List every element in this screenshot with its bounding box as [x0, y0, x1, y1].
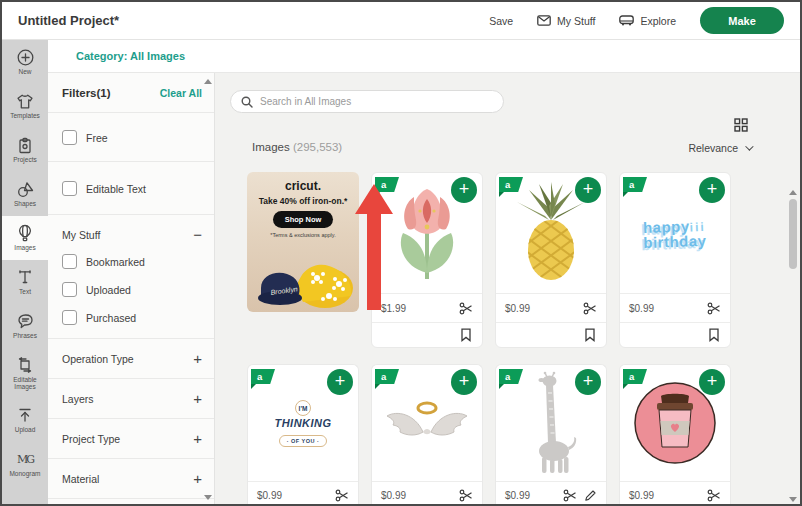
filters-panel: Filters(1) Clear All Free Editable Text …	[48, 73, 215, 504]
sidebar-item-upload[interactable]: Upload	[2, 398, 48, 442]
access-badge-fold	[499, 192, 504, 197]
filter-editable-text[interactable]: Editable Text	[62, 181, 202, 196]
filters-title: Filters(1)	[62, 87, 111, 99]
envelope-icon	[537, 15, 551, 26]
cricut-design-space-window: Untitled Project* Save My Stuff Explore …	[0, 0, 802, 506]
add-image-button[interactable]: +	[327, 369, 353, 395]
bookmark-icon[interactable]	[584, 328, 596, 342]
bookmarked-checkbox[interactable]	[62, 254, 77, 269]
scissors-icon[interactable]	[707, 489, 721, 502]
scissors-icon[interactable]	[583, 302, 597, 315]
bookmark-icon[interactable]	[460, 328, 472, 342]
results-scrollbar[interactable]	[788, 190, 797, 502]
sidebar-item-new[interactable]: New	[2, 40, 48, 84]
image-card-thinking-of-you[interactable]: a + I'M THINKING · OF YOU · $0.99	[247, 364, 359, 504]
sidebar-item-shapes[interactable]: Shapes	[2, 172, 48, 216]
sort-dropdown[interactable]: Relevance	[688, 142, 751, 154]
sidebar-item-monogram[interactable]: MG Monogram	[2, 442, 48, 486]
clear-all-link[interactable]: Clear All	[160, 87, 202, 99]
shop-now-button[interactable]: Shop Now	[273, 211, 334, 228]
sidebar-item-label: Editable Images	[2, 376, 48, 391]
editable-image-icon	[16, 356, 34, 374]
expand-plus-icon[interactable]: +	[193, 394, 202, 404]
my-stuff-section-header[interactable]: My Stuff −	[62, 229, 202, 241]
sidebar-item-label: New	[18, 68, 31, 75]
access-badge-fold	[623, 384, 628, 389]
access-badge-fold	[375, 192, 380, 197]
filter-section-layers[interactable]: Layers +	[48, 379, 214, 419]
uploaded-checkbox[interactable]	[62, 282, 77, 297]
expand-plus-icon[interactable]: +	[193, 434, 202, 444]
scissors-icon[interactable]	[335, 489, 349, 502]
image-card-tulip[interactable]: a +	[371, 172, 483, 348]
filter-bookmarked[interactable]: Bookmarked	[62, 254, 202, 269]
image-card-happy-birthday[interactable]: a + happyiii birthday $0.99	[619, 172, 731, 348]
scissors-icon[interactable]	[707, 302, 721, 315]
image-price: $0.99	[629, 490, 654, 501]
sidebar-item-editable-images[interactable]: Editable Images	[2, 348, 48, 398]
filter-section-material[interactable]: Material +	[48, 459, 214, 499]
expand-plus-icon[interactable]: +	[193, 474, 202, 484]
scissors-icon[interactable]	[459, 489, 473, 502]
sidebar-item-text[interactable]: Text	[2, 260, 48, 304]
free-checkbox[interactable]	[62, 130, 77, 145]
bookmark-icon[interactable]	[708, 328, 720, 342]
plus-circle-icon	[17, 48, 34, 66]
add-image-button[interactable]: +	[699, 177, 725, 203]
collapse-minus-icon[interactable]: −	[193, 230, 202, 240]
top-bar-actions: Save My Stuff Explore Make	[489, 7, 784, 34]
scissors-icon[interactable]	[459, 302, 473, 315]
filter-section-operation-type[interactable]: Operation Type +	[48, 339, 214, 379]
image-price: $0.99	[257, 490, 282, 501]
access-badge-fold	[375, 384, 380, 389]
image-card-pineapple[interactable]: a +	[495, 172, 607, 348]
scroll-up-arrow[interactable]	[204, 79, 212, 84]
promo-ad-card[interactable]: cricut. Take 40% off iron-on.* Shop Now …	[247, 172, 359, 312]
access-badge-fold	[499, 384, 504, 389]
scrollbar-thumb[interactable]	[789, 199, 797, 269]
save-button[interactable]: Save	[489, 15, 513, 27]
filter-free[interactable]: Free	[62, 130, 202, 145]
image-card-angel-wings[interactable]: a + $0.99	[371, 364, 483, 504]
left-toolbar: New Templates Projects Shapes Images	[2, 40, 48, 504]
image-card-giraffe[interactable]: a +	[495, 364, 607, 504]
search-input[interactable]	[260, 96, 495, 107]
pencil-icon[interactable]	[584, 489, 597, 502]
add-image-button[interactable]: +	[575, 369, 601, 395]
sidebar-item-images[interactable]: Images	[2, 216, 48, 260]
scroll-down-arrow[interactable]	[204, 495, 212, 500]
sidebar-item-templates[interactable]: Templates	[2, 84, 48, 128]
scissors-icon[interactable]	[563, 489, 577, 502]
filter-purchased[interactable]: Purchased	[62, 310, 202, 325]
clipboard-icon	[17, 136, 33, 154]
add-image-button[interactable]: +	[575, 177, 601, 203]
image-card-coffee-cup[interactable]: a + $0.99	[619, 364, 731, 504]
price-row: $1.99	[372, 293, 482, 322]
add-image-button[interactable]: +	[451, 177, 477, 203]
editable-text-checkbox[interactable]	[62, 181, 77, 196]
scroll-up-arrow[interactable]	[789, 190, 797, 195]
monogram-icon: MG	[17, 450, 33, 468]
search-bar[interactable]	[230, 90, 504, 113]
add-image-button[interactable]: +	[451, 369, 477, 395]
sidebar-item-phrases[interactable]: Phrases	[2, 304, 48, 348]
scroll-down-arrow[interactable]	[789, 497, 797, 502]
filters-scrollbar[interactable]	[204, 79, 212, 500]
access-badge-fold	[251, 384, 256, 389]
sidebar-item-label: Phrases	[13, 332, 37, 339]
my-stuff-button[interactable]: My Stuff	[537, 15, 595, 27]
filter-uploaded[interactable]: Uploaded	[62, 282, 202, 297]
explore-button[interactable]: Explore	[619, 15, 676, 27]
sidebar-item-projects[interactable]: Projects	[2, 128, 48, 172]
grid-row-2: a + I'M THINKING · OF YOU · $0.99	[247, 364, 731, 504]
access-badge-fold	[623, 192, 628, 197]
make-button[interactable]: Make	[700, 7, 784, 34]
expand-plus-icon[interactable]: +	[193, 354, 202, 364]
tshirt-icon	[16, 92, 34, 110]
category-all-images-link[interactable]: Category: All Images	[76, 50, 185, 62]
add-image-button[interactable]: +	[699, 369, 725, 395]
price-row: $0.99	[496, 481, 606, 504]
purchased-checkbox[interactable]	[62, 310, 77, 325]
grid-view-icon[interactable]	[734, 118, 748, 132]
filter-section-project-type[interactable]: Project Type +	[48, 419, 214, 459]
